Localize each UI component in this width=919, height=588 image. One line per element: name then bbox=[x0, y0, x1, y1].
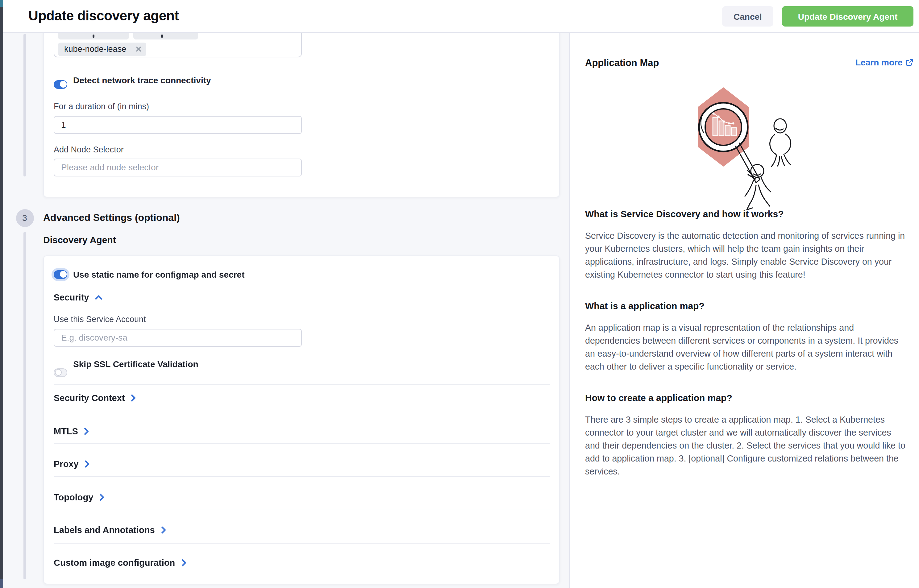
step-timeline-segment bbox=[23, 232, 26, 579]
chevron-right-icon bbox=[181, 559, 186, 566]
accordion-security-context[interactable]: Security Context bbox=[54, 391, 136, 405]
skip-ssl-toggle[interactable] bbox=[54, 368, 67, 377]
accordion-custom-image[interactable]: Custom image configuration bbox=[54, 556, 186, 570]
page-header: Update discovery agent Cancel Update Dis… bbox=[3, 0, 919, 33]
cancel-button[interactable]: Cancel bbox=[722, 6, 773, 26]
network-trace-toggle[interactable] bbox=[54, 80, 67, 89]
step-timeline-segment bbox=[23, 34, 26, 176]
node-selector-label: Add Node Selector bbox=[54, 142, 124, 156]
panel-answer-2: An application map is a visual represent… bbox=[585, 321, 907, 373]
security-section-header[interactable]: Security bbox=[54, 291, 102, 304]
divider bbox=[54, 510, 550, 510]
service-account-input[interactable] bbox=[54, 328, 302, 346]
page-title: Update discovery agent bbox=[28, 0, 179, 32]
external-link-icon bbox=[906, 58, 914, 66]
divider bbox=[54, 477, 550, 477]
chevron-up-icon bbox=[95, 295, 102, 300]
panel-answer-3: There are 3 simple steps to create a app… bbox=[585, 414, 907, 478]
divider bbox=[54, 384, 550, 385]
accordion-label: Labels and Annotations bbox=[54, 525, 155, 535]
step-number: 3 bbox=[22, 213, 27, 223]
discovery-agent-heading: Discovery Agent bbox=[43, 233, 116, 247]
accordion-proxy[interactable]: Proxy bbox=[54, 457, 90, 471]
application-map-illustration bbox=[689, 83, 801, 212]
divider bbox=[54, 410, 550, 410]
duration-label: For a duration of (in mins) bbox=[54, 100, 149, 113]
skip-ssl-toggle-label: Skip SSL Certificate Validation bbox=[73, 357, 198, 371]
person-holding-magnifier-figure bbox=[745, 165, 771, 210]
panel-question-1: What is Service Discovery and how it wor… bbox=[585, 208, 784, 220]
learn-more-link[interactable]: Learn more bbox=[856, 57, 914, 67]
node-selector-input[interactable] bbox=[54, 158, 302, 176]
static-name-toggle-label: Use static name for configmap and secret bbox=[73, 268, 245, 281]
discovery-agent-card: Use static name for configmap and secret… bbox=[43, 255, 560, 584]
divider bbox=[54, 443, 550, 444]
accordion-topology[interactable]: Topology bbox=[54, 490, 104, 504]
remove-tag-icon[interactable] bbox=[136, 47, 141, 52]
network-trace-toggle-label: Detect network trace connectivity bbox=[73, 73, 211, 87]
security-section-label: Security bbox=[54, 292, 89, 302]
person-standing-figure bbox=[770, 119, 791, 166]
service-account-label: Use this Service Account bbox=[54, 312, 146, 326]
duration-input[interactable] bbox=[54, 116, 302, 134]
panel-title: Application Map bbox=[585, 57, 659, 68]
left-nav-edge bbox=[0, 0, 3, 588]
divider bbox=[54, 543, 550, 544]
tag-chip[interactable]: kube-node-lease bbox=[58, 42, 146, 56]
accordion-labels-annotations[interactable]: Labels and Annotations bbox=[54, 523, 166, 537]
accordion-label: Custom image configuration bbox=[54, 558, 175, 568]
tag-text-fragment bbox=[92, 34, 94, 38]
learn-more-label: Learn more bbox=[856, 57, 903, 67]
step-number-badge: 3 bbox=[16, 209, 34, 227]
left-nav-edge-top bbox=[0, 0, 3, 7]
chevron-right-icon bbox=[161, 526, 166, 534]
chevron-right-icon bbox=[85, 460, 90, 468]
chevron-right-icon bbox=[99, 493, 104, 501]
tag-label: kube-node-lease bbox=[64, 45, 126, 54]
left-nav-edge-bottom bbox=[0, 579, 3, 588]
panel-answer-1: Service Discovery is the automatic detec… bbox=[585, 229, 907, 281]
static-name-toggle[interactable] bbox=[54, 270, 67, 279]
accordion-label: MTLS bbox=[54, 426, 78, 436]
advanced-settings-heading: Advanced Settings (optional) bbox=[43, 211, 180, 225]
chevron-right-icon bbox=[131, 394, 136, 402]
update-discovery-agent-button[interactable]: Update Discovery Agent bbox=[782, 6, 913, 26]
panel-question-3: How to create a application map? bbox=[585, 392, 732, 404]
update-discovery-agent-page: 3 kube-node-lease Detect network trace c… bbox=[0, 0, 919, 588]
accordion-label: Security Context bbox=[54, 393, 125, 403]
accordion-label: Topology bbox=[54, 492, 93, 502]
chevron-right-icon bbox=[84, 427, 89, 435]
accordion-label: Proxy bbox=[54, 459, 79, 469]
accordion-mtls[interactable]: MTLS bbox=[54, 424, 89, 438]
panel-question-2: What is a application map? bbox=[585, 300, 704, 312]
network-trace-card: kube-node-lease Detect network trace con… bbox=[43, 32, 560, 197]
tag-text-fragment bbox=[161, 34, 163, 38]
